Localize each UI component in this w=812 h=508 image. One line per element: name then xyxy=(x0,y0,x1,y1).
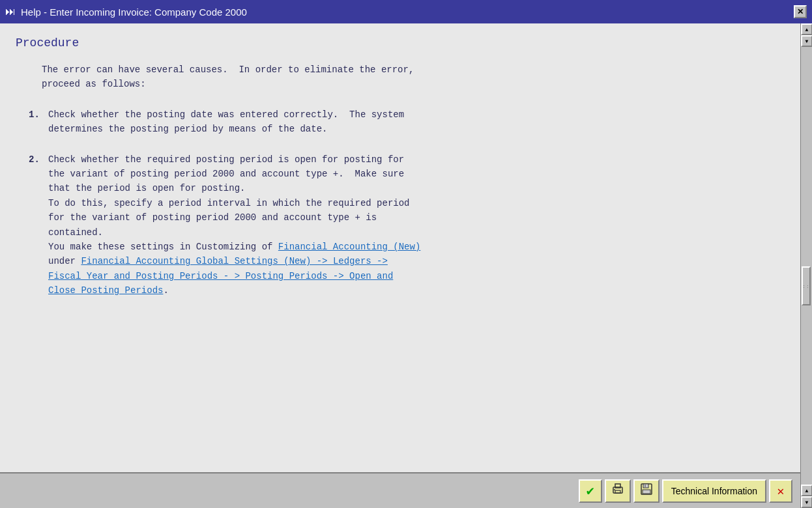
link-fiscal-year[interactable]: Fiscal Year and Posting Periods - > Post… xyxy=(48,271,393,296)
bottom-bar: ✔ xyxy=(0,472,800,508)
print-icon xyxy=(611,483,624,499)
svg-rect-2 xyxy=(615,490,620,493)
scroll-down-small-button[interactable]: ▼ xyxy=(801,35,812,47)
title-bar: ⏭ Help - Enter Incoming Invoice: Company… xyxy=(0,0,812,23)
technical-info-button[interactable]: Technical Information xyxy=(662,479,766,503)
cancel-icon: ✕ xyxy=(777,484,785,498)
list-content-2: Check whether the required posting perio… xyxy=(48,152,785,298)
technical-info-label: Technical Information xyxy=(671,486,757,496)
svg-point-3 xyxy=(614,489,615,490)
scroll-grip: :: xyxy=(802,283,810,289)
link-global-settings[interactable]: Financial Accounting Global Settings (Ne… xyxy=(81,256,387,266)
procedure-list: 1. Check whether the posting date was en… xyxy=(29,107,785,298)
scroll-track: :: xyxy=(801,47,812,485)
svg-rect-6 xyxy=(645,485,646,488)
list-content-1: Check whether the posting date was enter… xyxy=(48,107,785,137)
list-item: 1. Check whether the posting date was en… xyxy=(29,107,785,137)
list-number-2: 2. xyxy=(29,152,48,167)
window-title: Help - Enter Incoming Invoice: Company C… xyxy=(21,7,247,18)
print-button[interactable] xyxy=(605,479,631,503)
procedure-heading: Procedure xyxy=(16,36,785,49)
scroll-up-large-button[interactable]: ▲ xyxy=(801,485,812,496)
svg-rect-7 xyxy=(643,490,650,494)
cancel-button[interactable]: ✕ xyxy=(769,479,792,503)
list-number-1: 1. xyxy=(29,107,48,122)
scroll-down-button[interactable]: ▼ xyxy=(801,496,812,508)
scroll-thumb[interactable]: :: xyxy=(802,266,811,305)
checkmark-icon: ✔ xyxy=(587,483,594,499)
save-button[interactable] xyxy=(633,479,660,503)
save-icon xyxy=(640,483,653,499)
link-financial-accounting[interactable]: Financial Accounting (New) xyxy=(278,242,420,252)
scrollbar: ▲ ▼ :: ▲ ▼ xyxy=(800,23,812,508)
intro-text: The error can have several causes. In or… xyxy=(42,63,785,92)
title-bar-left: ⏭ Help - Enter Incoming Invoice: Company… xyxy=(5,6,247,18)
scroll-up-button[interactable]: ▲ xyxy=(801,23,812,35)
confirm-button[interactable]: ✔ xyxy=(579,479,602,503)
help-content-area: Procedure The error can have several cau… xyxy=(0,23,800,472)
list-item: 2. Check whether the required posting pe… xyxy=(29,152,785,298)
window-close-button[interactable]: ✕ xyxy=(794,5,807,18)
help-icon: ⏭ xyxy=(5,6,16,18)
